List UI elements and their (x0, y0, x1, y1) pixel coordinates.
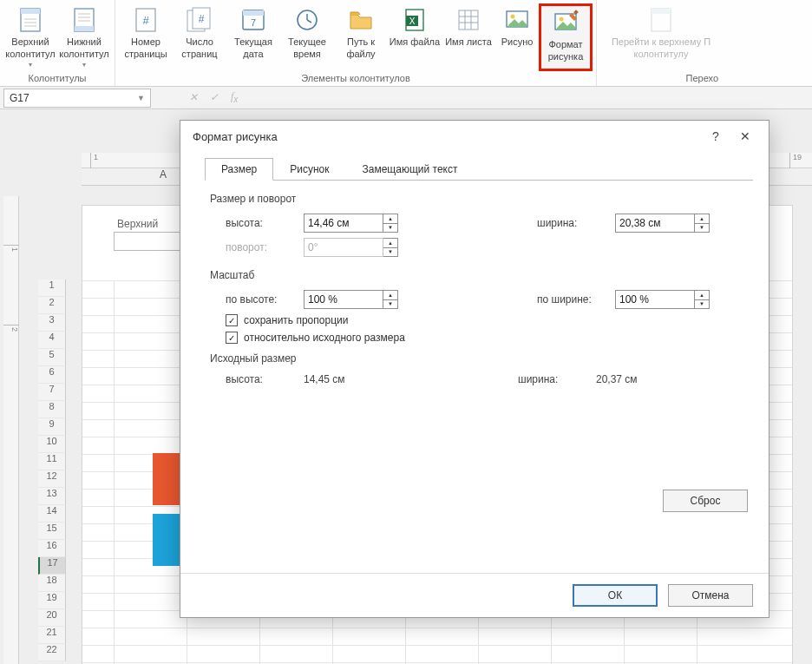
file-path-button[interactable]: Путь к файлу (334, 3, 388, 71)
relative-original-checkbox[interactable]: ✓ относительно исходного размера (226, 332, 753, 344)
scale-h-input[interactable]: 100 % (304, 290, 383, 309)
row-header[interactable]: 17 (38, 557, 66, 575)
row-header[interactable]: 11 (38, 453, 66, 470)
row-headers: 12345678910111213141516171819202122 (38, 279, 66, 661)
label-rotation: поворот: (226, 241, 304, 253)
svg-text:#: # (142, 14, 149, 27)
picture-button[interactable]: Рисуно (495, 3, 539, 71)
row-header[interactable]: 16 (38, 540, 66, 557)
svg-rect-6 (75, 26, 94, 31)
page-count-button[interactable]: # Число страниц (173, 3, 226, 71)
label: Формат рисунка (541, 39, 590, 63)
dialog-tabs: Размер Рисунок Замещающий текст (205, 157, 753, 181)
dropdown-icon[interactable]: ▼ (137, 94, 145, 102)
enter-icon: ✓ (210, 91, 219, 103)
rotation-input: 0° (304, 238, 383, 257)
dialog-titlebar[interactable]: Формат рисунка ? ✕ (180, 121, 769, 152)
scale-w-input[interactable]: 100 % (615, 290, 695, 309)
header-button[interactable]: Верхний колонтитул ▾ (3, 3, 57, 71)
svg-rect-24 (459, 10, 478, 30)
label-orig-height: высота: (226, 373, 304, 385)
label: Перейти к верхнему П колонтитулу (600, 36, 722, 61)
row-header[interactable]: 14 (38, 505, 66, 523)
page-number-button[interactable]: # Номер страницы (119, 3, 173, 71)
rotation-spinner: ▲▼ (383, 238, 398, 257)
footer-button[interactable]: Нижний колонтитул ▾ (57, 3, 111, 71)
dialog-body: Размер Рисунок Замещающий текст Размер и… (180, 152, 769, 573)
orig-width-value: 20,37 см (596, 373, 638, 385)
height-input[interactable]: 14,46 см (304, 214, 383, 233)
checkbox-label: сохранить пропорции (244, 314, 348, 326)
label: Число страниц (173, 36, 226, 61)
label: Номер страницы (119, 36, 173, 61)
label: Верхний колонтитул (3, 36, 57, 61)
row-header[interactable]: 6 (38, 366, 66, 384)
row-header[interactable]: 20 (38, 609, 66, 627)
row-header[interactable]: 1 (38, 279, 66, 297)
ruler-vertical: 1 2 (3, 196, 19, 664)
lock-aspect-checkbox[interactable]: ✓ сохранить пропорции (226, 314, 753, 326)
row-header[interactable]: 15 (38, 523, 66, 540)
row-header[interactable]: 8 (38, 401, 66, 418)
row-header[interactable]: 21 (38, 627, 66, 644)
current-time-button[interactable]: Текущее время (280, 3, 334, 71)
format-picture-button[interactable]: Формат рисунка (539, 3, 593, 71)
hash-pages-icon: # (185, 5, 214, 35)
fx-icon: fx (231, 90, 238, 104)
scale-h-spinner[interactable]: ▲▼ (383, 290, 398, 309)
row-header[interactable]: 12 (38, 470, 66, 488)
row-header[interactable]: 22 (38, 644, 66, 661)
formula-bar-row: G17 ▼ ✕ ✓ fx (0, 87, 812, 109)
width-spinner[interactable]: ▲▼ (695, 214, 710, 233)
formula-bar-buttons: ✕ ✓ fx (154, 90, 238, 104)
cancel-button[interactable]: Отмена (668, 584, 753, 607)
svg-rect-1 (21, 9, 40, 14)
column-header-a[interactable]: A (160, 168, 167, 181)
label: Путь к файлу (334, 36, 388, 61)
scale-w-spinner[interactable]: ▲▼ (695, 290, 710, 309)
row-header[interactable]: 18 (38, 575, 66, 592)
row-header[interactable]: 4 (38, 332, 66, 349)
current-date-button[interactable]: 7 Текущая дата (226, 3, 280, 71)
page-header-label: Верхний (114, 216, 161, 232)
close-button[interactable]: ✕ (730, 124, 760, 148)
ribbon-group-elements: # Номер страницы # Число страниц 7 Текущ… (115, 0, 597, 86)
ribbon-group-headerfooter: Верхний колонтитул ▾ Нижний колонтитул ▾… (0, 0, 115, 86)
dialog-footer: ОК Отмена (180, 573, 769, 617)
row-header[interactable]: 19 (38, 592, 66, 609)
name-box[interactable]: G17 ▼ (3, 89, 151, 108)
dropdown-icon: ▾ (29, 61, 32, 69)
file-name-button[interactable]: X Имя файла (388, 3, 442, 71)
label-height: высота: (226, 217, 304, 229)
picture-icon (502, 5, 532, 35)
svg-text:#: # (199, 13, 205, 25)
header-edit-box[interactable] (114, 232, 185, 251)
tab-picture[interactable]: Рисунок (273, 158, 345, 181)
orig-height-value: 14,45 см (304, 373, 399, 385)
group-label: Колонтитулы (3, 71, 111, 87)
ok-button[interactable]: ОК (573, 584, 658, 607)
checkbox-icon: ✓ (226, 314, 238, 326)
ruler-tick: 1 (3, 245, 19, 252)
width-input[interactable]: 20,38 см (615, 214, 695, 233)
row-header[interactable]: 9 (38, 418, 66, 436)
row-header[interactable]: 7 (38, 384, 66, 401)
reset-button[interactable]: Сброс (663, 490, 748, 512)
calendar-icon: 7 (239, 5, 268, 35)
tab-size[interactable]: Размер (205, 158, 273, 181)
tab-alttext[interactable]: Замещающий текст (346, 158, 475, 181)
ribbon-group-navigation: Перейти к верхнему П колонтитулу Перехо (597, 0, 725, 86)
row-header[interactable]: 10 (38, 436, 66, 453)
ruler-tick: 2 (3, 325, 19, 332)
group-label: Перехо (600, 71, 722, 87)
row-header[interactable]: 5 (38, 349, 66, 366)
group-label: Элементы колонтитулов (119, 71, 593, 87)
help-button[interactable]: ? (701, 124, 730, 148)
row-header[interactable]: 2 (38, 297, 66, 314)
label-orig-width: ширина: (518, 373, 596, 385)
row-header[interactable]: 3 (38, 314, 66, 332)
sheet-name-button[interactable]: Имя листа (442, 3, 495, 71)
svg-text:X: X (409, 16, 416, 26)
row-header[interactable]: 13 (38, 488, 66, 505)
height-spinner[interactable]: ▲▼ (383, 214, 398, 233)
